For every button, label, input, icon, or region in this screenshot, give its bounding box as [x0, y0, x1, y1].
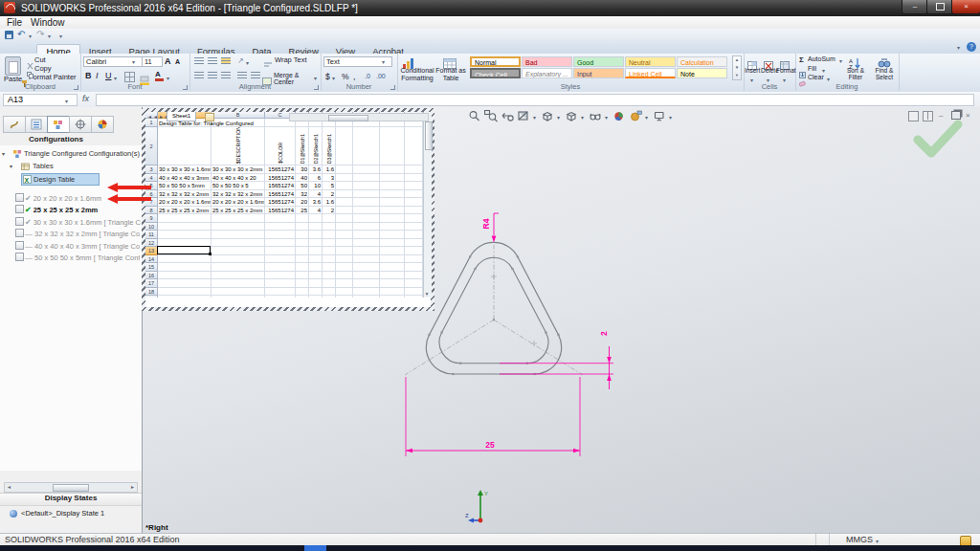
scroll-thumb[interactable]: [328, 115, 368, 121]
clear-button[interactable]: Clear: [808, 74, 824, 80]
cell-H11[interactable]: [353, 231, 380, 239]
row-header-8[interactable]: 8: [145, 207, 158, 215]
cell-F12[interactable]: [323, 239, 336, 248]
format-as-table-button[interactable]: Format as Table: [435, 67, 466, 82]
underline-button[interactable]: U: [105, 71, 112, 80]
cell-I15[interactable]: [380, 263, 405, 272]
selected-cell-A13[interactable]: [157, 246, 211, 254]
orientation-icon[interactable]: ↗: [237, 56, 244, 65]
scroll-down-icon[interactable]: ▼: [423, 290, 431, 298]
cell-E15[interactable]: [309, 263, 323, 272]
cell-I11[interactable]: [380, 231, 405, 239]
child-close-icon[interactable]: ×: [966, 111, 970, 120]
sheet-grid[interactable]: ABCDEFGHIJ1Design Table for: Triangle Co…: [145, 112, 423, 298]
cell-B10[interactable]: [212, 223, 265, 231]
tab-propertymanager[interactable]: [25, 116, 48, 133]
cell-I18[interactable]: [380, 288, 405, 297]
fill-button[interactable]: Fill: [808, 65, 816, 72]
column-header-B[interactable]: B: [212, 112, 265, 119]
cell-D11[interactable]: [296, 231, 309, 239]
cell-G18[interactable]: [336, 288, 353, 297]
config-label[interactable]: 50 x 50 50 x 5mm [ Triangle Conf: [34, 253, 140, 263]
cell-style-check-cell[interactable]: Check Cell: [470, 68, 521, 78]
cell-D14[interactable]: [296, 255, 309, 264]
autosum-button[interactable]: AutoSum: [808, 55, 835, 62]
cell-J17[interactable]: [405, 279, 423, 288]
cell-F2[interactable]: D3@Sketch1: [323, 127, 336, 165]
cell-A1[interactable]: Design Table for: Triangle Configured: [158, 119, 212, 127]
cell-E2[interactable]: D2@Sketch1: [309, 127, 323, 165]
cell-H9[interactable]: [353, 214, 380, 223]
cell-I8[interactable]: [380, 207, 405, 215]
tree-config-row[interactable]: —32 x 32 x 32 x 2mm [ Triangle Co: [15, 229, 142, 239]
cell-C19[interactable]: [265, 296, 296, 298]
cell-C2[interactable]: $COLOR: [265, 127, 296, 165]
tab-dimxpertmanager[interactable]: [69, 116, 92, 133]
restore-button[interactable]: [926, 0, 953, 14]
cell-I4[interactable]: [380, 174, 405, 183]
chevron-down-icon[interactable]: ▾: [581, 114, 584, 121]
cell-F15[interactable]: [323, 263, 336, 272]
cell-H7[interactable]: [353, 198, 380, 207]
shrink-font-button[interactable]: A: [175, 58, 180, 65]
minimize-button[interactable]: –: [902, 0, 928, 14]
cell-A17[interactable]: [158, 279, 212, 288]
copy-button[interactable]: Copy: [34, 64, 52, 73]
view-orientation-icon[interactable]: [541, 110, 556, 123]
scroll-right-icon[interactable]: ►: [128, 483, 137, 491]
cell-style-calculation[interactable]: Calculation: [677, 56, 727, 67]
accounting-format-button[interactable]: $: [325, 72, 330, 81]
paste-icon[interactable]: [5, 56, 21, 76]
tree-config-row[interactable]: —40 x 40 x 40 x 3mm [ Triangle Co: [15, 241, 142, 252]
cell-B12[interactable]: [212, 239, 265, 248]
cell-D17[interactable]: [296, 279, 309, 288]
increase-indent-icon[interactable]: [251, 72, 260, 78]
font-family-chevron-icon[interactable]: ▾: [132, 58, 135, 65]
cell-B4[interactable]: 40 x 40 x 40 x 20: [212, 174, 265, 183]
cell-A7[interactable]: 20 x 20 x 20 x 1.6mm: [158, 198, 212, 207]
cell-style-good[interactable]: Good: [573, 56, 624, 67]
cell-D19[interactable]: [296, 296, 309, 298]
cell-E9[interactable]: [309, 214, 323, 223]
cell-style-explanatory-[interactable]: Explanatory ...: [522, 68, 572, 78]
cell-J7[interactable]: [405, 198, 423, 207]
autosum-chevron-icon[interactable]: ▾: [839, 57, 842, 64]
align-middle-icon[interactable]: [208, 57, 217, 64]
cell-C12[interactable]: [265, 239, 296, 248]
cell-D13[interactable]: [296, 247, 309, 255]
cell-G6[interactable]: [336, 190, 353, 199]
cell-A8[interactable]: 25 x 25 x 25 x 2mm: [158, 207, 212, 215]
chevron-down-icon[interactable]: ▾: [669, 114, 672, 121]
cell-F10[interactable]: [323, 223, 336, 231]
cell-H10[interactable]: [353, 223, 380, 231]
decrease-indent-icon[interactable]: [237, 72, 247, 78]
format-painter-button[interactable]: Format Painter: [29, 73, 77, 81]
cell-F5[interactable]: 5: [323, 182, 336, 190]
row-header-9[interactable]: 9: [145, 214, 158, 223]
cell-C11[interactable]: [265, 231, 296, 239]
chevron-down-icon[interactable]: ▾: [533, 114, 536, 121]
fill-chevron-icon[interactable]: ▾: [822, 67, 825, 74]
cell-A19[interactable]: [158, 296, 212, 298]
cell-D2[interactable]: D1@Sketch1: [296, 127, 309, 165]
cell-G17[interactable]: [336, 279, 353, 288]
cell-B14[interactable]: [212, 255, 265, 264]
increase-decimal-button[interactable]: .0: [365, 73, 370, 79]
qat-customize-icon[interactable]: ▾: [59, 33, 62, 39]
minimize-ribbon-icon[interactable]: ▾: [957, 44, 960, 51]
align-top-icon[interactable]: [194, 57, 204, 64]
cell-D6[interactable]: 32: [296, 190, 309, 199]
cell-B7[interactable]: 20 x 20 x 20 x 1.6mm: [212, 198, 265, 207]
align-right-icon[interactable]: [221, 72, 231, 78]
cell-I12[interactable]: [380, 239, 405, 248]
menu-window[interactable]: Window: [27, 17, 69, 28]
close-button[interactable]: ×: [951, 0, 980, 14]
cell-E13[interactable]: [309, 247, 323, 255]
cell-H4[interactable]: [353, 174, 380, 183]
cell-I16[interactable]: [380, 272, 405, 280]
tree-config-row[interactable]: ✔30 x 30 x 30 x 1.6mm [ Triangle C: [15, 217, 142, 228]
cell-I7[interactable]: [380, 198, 405, 207]
undo-chevron-down-icon[interactable]: ▾: [29, 33, 32, 39]
cell-H17[interactable]: [353, 279, 380, 288]
cell-B17[interactable]: [212, 279, 265, 288]
